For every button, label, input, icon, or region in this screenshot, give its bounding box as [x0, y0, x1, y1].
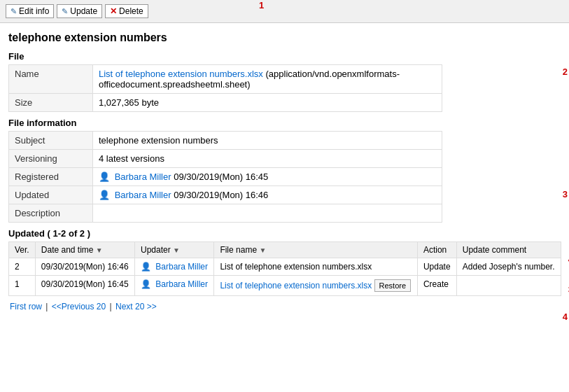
update-updater-2: 👤 Barbara Miller — [134, 258, 213, 276]
prev-link[interactable]: <<Previous 20 — [52, 302, 106, 312]
pagination: First row | <<Previous 20 | Next 20 >> — [8, 302, 561, 312]
file-name-row: Name List of telephone extension numbers… — [9, 65, 442, 94]
main-content: telephone extension numbers File Name Li… — [0, 23, 569, 317]
updates-header-row: Ver. Date and time ▼ Updater ▼ File name… — [9, 242, 561, 258]
versioning-row: Versioning 4 latest versions — [9, 150, 442, 168]
registered-row: Registered 👤 Barbara Miller 09/30/2019(M… — [9, 168, 442, 186]
edit-info-button[interactable]: ✎ Edit info — [6, 4, 54, 18]
side-annotation-3: 3 — [563, 189, 568, 200]
update-comment-1 — [456, 276, 561, 296]
update-filename-1: List of telephone extension numbers.xlsx… — [214, 276, 418, 296]
updater-link-2[interactable]: Barbara Miller — [155, 262, 208, 272]
updated-user-icon: 👤 — [99, 190, 110, 200]
datetime-sort-icon[interactable]: ▼ — [96, 246, 103, 254]
updater-sort-icon[interactable]: ▼ — [173, 246, 180, 254]
update-button[interactable]: ✎ Update — [57, 4, 102, 18]
update-row-2: 2 09/30/2019(Mon) 16:46 👤 Barbara Miller… — [9, 258, 561, 276]
file-size-row: Size 1,027,365 byte — [9, 94, 442, 112]
page-title: telephone extension numbers — [8, 31, 561, 44]
edit-info-label: Edit info — [19, 6, 49, 16]
update-action-2: Update — [417, 258, 456, 276]
versioning-label: Versioning — [9, 150, 93, 168]
updater-icon-1: 👤 — [141, 279, 151, 289]
filename-sort-icon[interactable]: ▼ — [259, 246, 266, 254]
file-name-link[interactable]: List of telephone extension numbers.xlsx — [99, 69, 263, 79]
updates-section: Updated ( 1-2 of 2 ) Ver. Date and time … — [8, 228, 561, 296]
update-row-1: 1 09/30/2019(Mon) 16:45 👤 Barbara Miller… — [9, 276, 561, 296]
file-size-label: Size — [9, 94, 93, 112]
file-size-value: 1,027,365 byte — [93, 94, 442, 112]
updater-link-1[interactable]: Barbara Miller — [155, 279, 208, 289]
updated-value: 👤 Barbara Miller 09/30/2019(Mon) 16:46 — [93, 186, 442, 204]
updates-header: Updated ( 1-2 of 2 ) — [8, 228, 561, 239]
updated-row: Updated 👤 Barbara Miller 09/30/2019(Mon)… — [9, 186, 442, 204]
description-label: Description — [9, 204, 93, 223]
registered-value: 👤 Barbara Miller 09/30/2019(Mon) 16:45 — [93, 168, 442, 186]
subject-value: telephone extension numbers — [93, 132, 442, 150]
update-datetime-1: 09/30/2019(Mon) 16:45 — [35, 276, 134, 296]
col-updater: Updater ▼ — [134, 242, 213, 258]
update-filename-2: List of telephone extension numbers.xlsx — [214, 258, 418, 276]
update-updater-1: 👤 Barbara Miller — [134, 276, 213, 296]
first-row-link[interactable]: First row — [10, 302, 42, 312]
pagination-sep-2: | — [110, 302, 114, 312]
registered-user-icon: 👤 — [99, 172, 110, 182]
registered-datetime: 09/30/2019(Mon) 16:45 — [174, 172, 268, 182]
restore-button-1[interactable]: Restore — [374, 279, 412, 292]
subject-row: Subject telephone extension numbers — [9, 132, 442, 150]
annotation-1: 1 — [259, 0, 264, 10]
file-info-section-title: File information — [8, 118, 561, 128]
registered-label: Registered — [9, 168, 93, 186]
update-datetime-2: 09/30/2019(Mon) 16:46 — [35, 258, 134, 276]
delete-button[interactable]: ✕ Delete — [105, 4, 148, 18]
update-action-1: Create — [417, 276, 456, 296]
update-ver-1: 1 — [9, 276, 36, 296]
edit-icon: ✎ — [10, 7, 17, 16]
versioning-value: 4 latest versions — [93, 150, 442, 168]
side-annotation-4: 4 — [563, 312, 568, 322]
description-value — [93, 204, 442, 223]
delete-label: Delete — [119, 6, 143, 16]
file-section-title: File — [8, 51, 561, 62]
col-action: Action — [417, 242, 456, 258]
update-label: Update — [70, 6, 97, 16]
update-icon: ✎ — [62, 7, 68, 16]
pagination-sep-1: | — [45, 302, 50, 312]
subject-label: Subject — [9, 132, 93, 150]
file-info-table: Subject telephone extension numbers Vers… — [8, 131, 442, 223]
side-annotation-2: 2 — [563, 66, 568, 77]
next-link[interactable]: Next 20 >> — [115, 302, 157, 312]
update-comment-2: Added Joseph's number. — [456, 258, 561, 276]
updates-table: Ver. Date and time ▼ Updater ▼ File name… — [8, 241, 561, 296]
description-row: Description — [9, 204, 442, 223]
file-table: Name List of telephone extension numbers… — [8, 64, 442, 112]
col-comment: Update comment — [456, 242, 561, 258]
update-ver-2: 2 — [9, 258, 36, 276]
file-name-value: List of telephone extension numbers.xlsx… — [93, 65, 442, 94]
registered-user-link[interactable]: Barbara Miller — [115, 172, 171, 182]
toolbar: ✎ Edit info ✎ Update ✕ Delete — [0, 0, 569, 23]
updater-icon-2: 👤 — [141, 262, 151, 272]
delete-icon: ✕ — [110, 6, 117, 16]
col-filename: File name ▼ — [214, 242, 418, 258]
updated-label: Updated — [9, 186, 93, 204]
updated-user-link[interactable]: Barbara Miller — [115, 190, 171, 200]
updated-datetime: 09/30/2019(Mon) 16:46 — [174, 190, 268, 200]
col-datetime: Date and time ▼ — [35, 242, 134, 258]
filename-link-1[interactable]: List of telephone extension numbers.xlsx — [220, 281, 372, 290]
file-name-label: Name — [9, 65, 93, 94]
col-ver: Ver. — [9, 242, 36, 258]
